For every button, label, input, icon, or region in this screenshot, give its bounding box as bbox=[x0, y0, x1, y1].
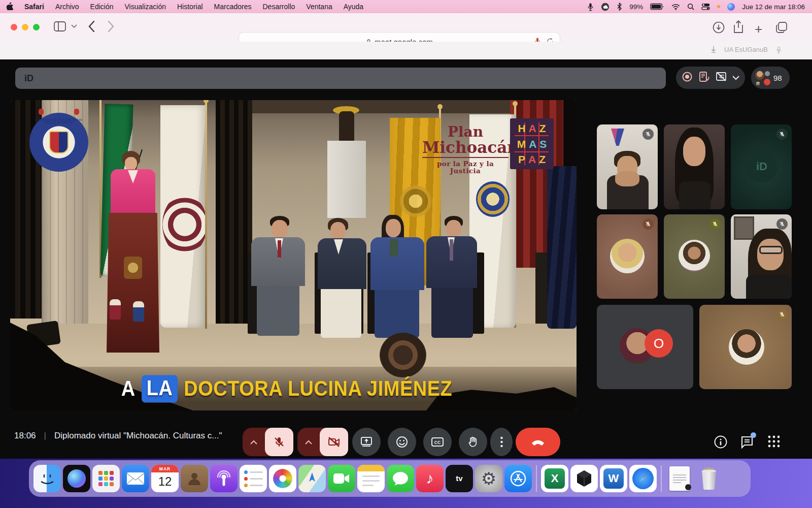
menu-item-archivo[interactable]: Archivo bbox=[50, 3, 85, 11]
close-window-button[interactable] bbox=[11, 24, 17, 30]
menu-item-edicion[interactable]: Edición bbox=[85, 3, 119, 11]
share-icon[interactable] bbox=[733, 20, 744, 34]
present-button[interactable] bbox=[352, 428, 381, 456]
forward-icon[interactable] bbox=[108, 21, 114, 32]
end-call-button[interactable] bbox=[516, 428, 560, 456]
participant-tile-5[interactable] bbox=[664, 214, 725, 299]
dock-finder[interactable] bbox=[33, 465, 61, 492]
menu-item-marcadores[interactable]: Marcadores bbox=[209, 3, 257, 11]
captions-button[interactable]: CC bbox=[423, 428, 452, 456]
more-options-button[interactable] bbox=[490, 428, 513, 456]
svg-text:CC: CC bbox=[434, 440, 441, 445]
dock-facetime[interactable] bbox=[328, 465, 355, 492]
main-stage-video[interactable]: UNIVERSIDAD MICHOACANA DE SAN NICOLÁS DE… bbox=[10, 100, 577, 410]
sidebar-icon[interactable] bbox=[54, 21, 66, 31]
dock-siri[interactable] bbox=[63, 465, 90, 492]
p6-glasses bbox=[759, 246, 783, 254]
zoom-window-button[interactable] bbox=[33, 24, 40, 30]
mic-off-badge bbox=[776, 218, 788, 230]
dock-app-store[interactable] bbox=[504, 465, 532, 492]
dock-mail[interactable] bbox=[122, 465, 149, 492]
dock-word[interactable]: W bbox=[600, 465, 627, 492]
cam-off-button[interactable] bbox=[320, 428, 348, 456]
sidebar-chevron-icon[interactable] bbox=[71, 24, 77, 28]
battery-icon[interactable] bbox=[650, 3, 664, 10]
siri-icon[interactable] bbox=[727, 3, 735, 11]
expand-more-icon[interactable] bbox=[732, 73, 739, 82]
dock-maps[interactable] bbox=[298, 465, 326, 492]
video-expand-icon[interactable] bbox=[297, 440, 320, 444]
dock-tv[interactable]: tv bbox=[446, 465, 473, 492]
menu-item-historial[interactable]: Historial bbox=[172, 3, 209, 11]
dock-excel[interactable]: X bbox=[541, 465, 568, 492]
camera-control-group bbox=[297, 428, 348, 456]
navy-flag bbox=[547, 166, 577, 329]
participant-tile-4[interactable] bbox=[597, 214, 658, 299]
reactions-button[interactable] bbox=[388, 428, 416, 456]
menu-item-ventana[interactable]: Ventana bbox=[300, 3, 337, 11]
google-meet-app: iD 98 UNIVERSIDAD MICHOACANA DE SAN NICO… bbox=[0, 59, 812, 459]
dock-notes[interactable] bbox=[357, 465, 385, 492]
menu-clock[interactable]: Jue 12 de mar 18:06 bbox=[742, 3, 805, 11]
participant-tile-6[interactable] bbox=[731, 214, 792, 299]
dock-document[interactable] bbox=[666, 465, 693, 492]
dock-cube-app[interactable] bbox=[570, 465, 598, 492]
participant-count: 98 bbox=[773, 74, 782, 82]
mic-off-button[interactable] bbox=[265, 428, 293, 456]
crest-shield bbox=[49, 131, 69, 153]
dock-calendar[interactable]: MAR 12 bbox=[151, 465, 179, 492]
menu-item-ayuda[interactable]: Ayuda bbox=[338, 3, 369, 11]
layout-off-icon[interactable] bbox=[716, 71, 727, 84]
chat-button[interactable] bbox=[740, 435, 754, 451]
dock-trash[interactable] bbox=[695, 465, 723, 492]
participant-tile-3[interactable]: iD bbox=[731, 124, 792, 209]
bluetooth-icon[interactable] bbox=[617, 3, 622, 11]
dock-music[interactable]: ♪ bbox=[416, 465, 444, 492]
menu-item-safari[interactable]: Safari bbox=[19, 3, 50, 11]
dock-reminders[interactable] bbox=[240, 465, 267, 492]
back-icon[interactable] bbox=[88, 21, 95, 32]
flag-finial bbox=[437, 104, 443, 109]
dock-safari[interactable] bbox=[629, 465, 657, 492]
menu-item-desarrollo[interactable]: Desarrollo bbox=[257, 3, 301, 11]
wifi-icon[interactable] bbox=[671, 4, 680, 10]
p2-face bbox=[683, 137, 705, 166]
new-tab-icon[interactable]: + bbox=[755, 21, 762, 37]
participant-tile-7[interactable]: O bbox=[597, 305, 693, 389]
apps-grid-button[interactable] bbox=[767, 435, 781, 450]
participant-tile-8[interactable] bbox=[699, 305, 792, 389]
audio-expand-icon[interactable] bbox=[243, 440, 265, 444]
tab-overview-icon[interactable] bbox=[775, 21, 788, 34]
menu-item-visualizacion[interactable]: Visualización bbox=[119, 3, 172, 11]
participant-tile-1[interactable] bbox=[597, 124, 658, 209]
person3-legs bbox=[375, 290, 419, 338]
dock-contacts[interactable] bbox=[181, 465, 208, 492]
flag-finial bbox=[204, 100, 209, 103]
flag-pole bbox=[205, 100, 207, 329]
page-top-strip: UA EsUGanuB bbox=[0, 42, 812, 59]
microphone-icon[interactable] bbox=[587, 3, 594, 11]
creative-cloud-icon[interactable] bbox=[601, 3, 610, 11]
dock-podcasts[interactable] bbox=[210, 465, 238, 492]
download-icon[interactable] bbox=[713, 21, 725, 34]
dock-photos[interactable] bbox=[269, 465, 296, 492]
caption-highlight: LA bbox=[142, 375, 178, 402]
raise-hand-button[interactable] bbox=[459, 428, 487, 456]
apple-icon bbox=[6, 2, 13, 10]
dock-separator bbox=[536, 465, 537, 492]
flag-finial bbox=[513, 101, 518, 106]
p6-sweater bbox=[746, 274, 792, 299]
control-center-icon[interactable] bbox=[701, 3, 710, 10]
participants-pill[interactable]: 98 bbox=[751, 67, 790, 89]
participant-tile-2[interactable] bbox=[664, 124, 725, 209]
info-button[interactable] bbox=[714, 435, 728, 451]
record-icon[interactable] bbox=[682, 71, 693, 84]
spotlight-icon[interactable] bbox=[687, 3, 694, 10]
dock-launchpad[interactable] bbox=[92, 465, 120, 492]
transcript-icon[interactable] bbox=[698, 71, 709, 84]
minimize-window-button[interactable] bbox=[22, 24, 28, 30]
mic-off-badge bbox=[642, 218, 654, 230]
dock-settings[interactable]: ⚙ bbox=[475, 465, 502, 492]
apple-menu[interactable] bbox=[0, 2, 19, 12]
dock-messages[interactable] bbox=[387, 465, 414, 492]
